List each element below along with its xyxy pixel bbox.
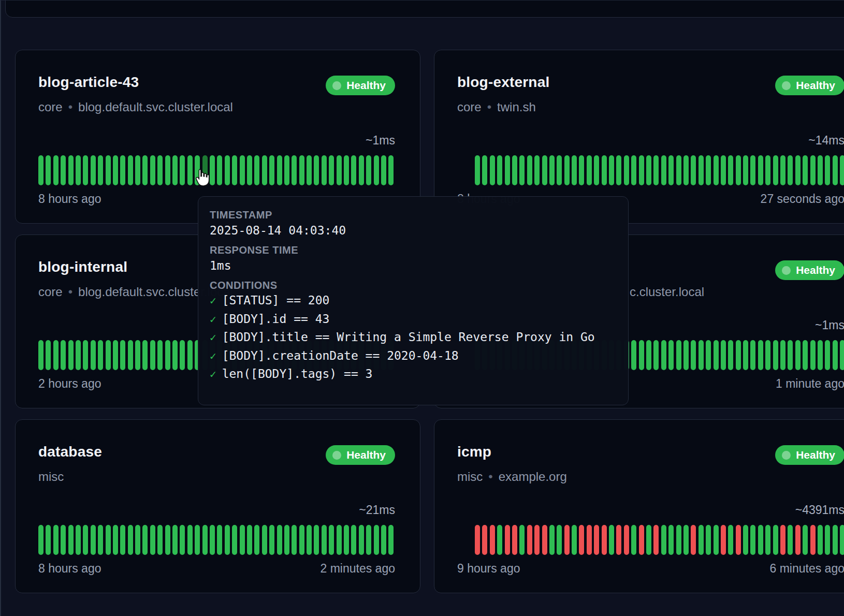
uptime-bar-success[interactable]: [699, 340, 704, 370]
uptime-bar-failure[interactable]: [736, 525, 741, 555]
uptime-bar-failure[interactable]: [616, 525, 621, 555]
uptime-bar-success[interactable]: [706, 525, 711, 555]
uptime-bar-success[interactable]: [61, 155, 66, 185]
uptime-bar-success[interactable]: [210, 525, 215, 555]
uptime-bar-success[interactable]: [292, 525, 297, 555]
uptime-bar-success[interactable]: [98, 155, 103, 185]
uptime-bar-failure[interactable]: [780, 525, 785, 555]
uptime-bar-success[interactable]: [818, 340, 823, 370]
uptime-bar-success[interactable]: [818, 155, 823, 185]
uptime-bar-success[interactable]: [572, 525, 577, 555]
uptime-bar-success[interactable]: [557, 155, 562, 185]
uptime-bar-success[interactable]: [269, 155, 274, 185]
uptime-bar-success[interactable]: [351, 155, 356, 185]
uptime-bar-success[interactable]: [157, 525, 163, 555]
uptime-bar-success[interactable]: [187, 525, 193, 555]
uptime-bar-success[interactable]: [683, 525, 689, 555]
uptime-bar-success[interactable]: [53, 340, 59, 370]
uptime-bar-success[interactable]: [668, 525, 674, 555]
uptime-bar-success[interactable]: [76, 525, 81, 555]
uptime-bar-success[interactable]: [351, 525, 356, 555]
uptime-bar-success[interactable]: [743, 525, 748, 555]
uptime-bar-success[interactable]: [165, 525, 170, 555]
uptime-bar-success[interactable]: [284, 525, 289, 555]
uptime-bar-success[interactable]: [157, 155, 163, 185]
uptime-bar-success[interactable]: [773, 340, 778, 370]
uptime-bar-success[interactable]: [38, 525, 43, 555]
uptime-bar-success[interactable]: [277, 155, 282, 185]
uptime-bar-success[interactable]: [172, 155, 178, 185]
uptime-bar-success[interactable]: [113, 525, 118, 555]
uptime-bar-success[interactable]: [76, 340, 81, 370]
uptime-bar-success[interactable]: [344, 525, 349, 555]
uptime-bar-failure[interactable]: [653, 525, 659, 555]
uptime-bar-success[interactable]: [83, 525, 88, 555]
uptime-bar-success[interactable]: [180, 525, 185, 555]
uptime-bar-failure[interactable]: [602, 525, 607, 555]
uptime-bar-success[interactable]: [549, 525, 555, 555]
uptime-bar-success[interactable]: [374, 525, 379, 555]
uptime-bar-success[interactable]: [490, 155, 495, 185]
uptime-bar-success[interactable]: [113, 155, 118, 185]
uptime-bar-success[interactable]: [587, 155, 592, 185]
uptime-bar-success[interactable]: [840, 155, 844, 185]
uptime-bar-success[interactable]: [840, 340, 844, 370]
uptime-bar-success[interactable]: [497, 525, 502, 555]
uptime-bar-success[interactable]: [322, 525, 327, 555]
uptime-bar-success[interactable]: [795, 340, 801, 370]
uptime-bar-success[interactable]: [691, 155, 696, 185]
uptime-bar-success[interactable]: [46, 340, 51, 370]
uptime-bar-success[interactable]: [579, 155, 584, 185]
uptime-bar-success[interactable]: [788, 525, 793, 555]
uptime-bar-success[interactable]: [292, 155, 297, 185]
uptime-bar-success[interactable]: [519, 525, 525, 555]
uptime-bar-success[interactable]: [773, 525, 778, 555]
uptime-bar-success[interactable]: [83, 340, 88, 370]
uptime-bar-success[interactable]: [549, 155, 555, 185]
uptime-bar-success[interactable]: [803, 155, 808, 185]
uptime-bar-success[interactable]: [624, 155, 629, 185]
uptime-bar-success[interactable]: [150, 155, 155, 185]
uptime-bar-success[interactable]: [818, 525, 823, 555]
uptime-bar-success[interactable]: [277, 525, 282, 555]
uptime-bar-success[interactable]: [833, 155, 838, 185]
uptime-bar-success[interactable]: [68, 155, 74, 185]
uptime-bar-failure[interactable]: [534, 525, 540, 555]
uptime-bar-success[interactable]: [150, 340, 155, 370]
uptime-bar-success[interactable]: [91, 340, 96, 370]
uptime-bar-success[interactable]: [721, 340, 726, 370]
uptime-bar-success[interactable]: [388, 155, 394, 185]
uptime-bar-success[interactable]: [337, 525, 342, 555]
uptime-bar-success[interactable]: [780, 155, 785, 185]
uptime-bar-success[interactable]: [810, 155, 816, 185]
uptime-bar-success[interactable]: [825, 155, 830, 185]
uptime-bar-success[interactable]: [519, 155, 525, 185]
uptime-bar-success[interactable]: [247, 525, 252, 555]
uptime-bar-success[interactable]: [788, 155, 793, 185]
uptime-bar-failure[interactable]: [639, 525, 644, 555]
uptime-bar-success[interactable]: [202, 525, 208, 555]
uptime-bar-success[interactable]: [254, 155, 259, 185]
uptime-bar-success[interactable]: [128, 155, 133, 185]
uptime-bar-success[interactable]: [833, 525, 838, 555]
uptime-bar-success[interactable]: [803, 525, 808, 555]
uptime-bar-success[interactable]: [106, 525, 111, 555]
uptime-bar-success[interactable]: [61, 340, 66, 370]
uptime-bar-failure[interactable]: [505, 525, 510, 555]
uptime-bar-success[interactable]: [676, 340, 681, 370]
uptime-bar-success[interactable]: [699, 525, 704, 555]
uptime-bar-success[interactable]: [195, 525, 200, 555]
uptime-bar-success[interactable]: [225, 155, 230, 185]
uptime-bar-failure[interactable]: [721, 525, 726, 555]
uptime-bar-success[interactable]: [359, 525, 364, 555]
uptime-bar-success[interactable]: [284, 155, 289, 185]
uptime-bar-success[interactable]: [187, 340, 193, 370]
uptime-bar-success[interactable]: [135, 340, 140, 370]
uptime-bar-success[interactable]: [765, 525, 770, 555]
uptime-bar-success[interactable]: [106, 155, 111, 185]
uptime-bar-success[interactable]: [307, 155, 312, 185]
uptime-bar-success[interactable]: [833, 340, 838, 370]
uptime-bar-success[interactable]: [247, 155, 252, 185]
uptime-bar-success[interactable]: [262, 155, 267, 185]
uptime-bar-success[interactable]: [165, 155, 170, 185]
